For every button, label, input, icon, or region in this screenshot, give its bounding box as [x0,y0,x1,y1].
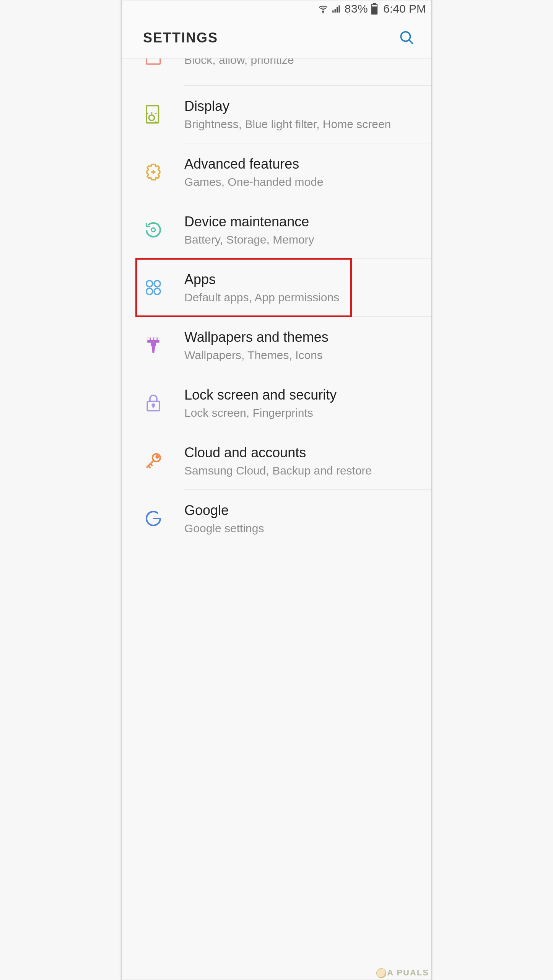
settings-item-google[interactable]: Google Google settings [122,490,431,547]
svg-rect-30 [154,338,156,340]
settings-item-wallpapers[interactable]: Wallpapers and themes Wallpapers, Themes… [122,317,431,374]
app-header: SETTINGS [122,17,431,59]
item-subtitle: Google settings [184,521,416,536]
refresh-circle-icon [143,219,164,240]
battery-icon [371,3,378,15]
svg-rect-28 [147,338,150,340]
svg-point-23 [146,281,153,287]
watermark: A PUALS [376,968,429,978]
settings-screen: 83% 6:40 PM SETTINGS [121,0,432,980]
svg-rect-1 [332,10,333,12]
settings-item-lockscreen[interactable]: Lock screen and security Lock screen, Fi… [122,374,431,432]
lock-icon [143,393,164,413]
item-subtitle: Games, One-handed mode [184,175,416,189]
item-subtitle: Samsung Cloud, Backup and restore [184,463,416,478]
svg-rect-7 [372,5,377,7]
svg-rect-10 [146,59,160,64]
settings-item-advanced[interactable]: Advanced features Games, One-handed mode [122,143,431,201]
svg-point-0 [322,11,324,12]
svg-point-25 [146,288,153,294]
item-title: Display [184,98,416,115]
svg-line-40 [150,464,153,466]
item-title: Advanced features [184,155,416,172]
svg-rect-5 [373,3,376,4]
svg-point-34 [152,404,155,406]
mascot-icon [376,968,386,978]
settings-list: Block, allow, prioritize Dis [122,59,431,547]
item-subtitle: Battery, Storage, Memory [184,232,416,247]
bell-icon [143,59,164,69]
settings-item-cloud[interactable]: Cloud and accounts Samsung Cloud, Backup… [122,432,431,489]
item-subtitle: Brightness, Blue light filter, Home scre… [184,117,416,132]
apps-grid-icon [143,277,164,298]
watermark-text: A PUALS [387,968,429,977]
item-title: Cloud and accounts [184,444,416,461]
svg-point-13 [149,115,154,120]
svg-line-9 [409,40,413,44]
item-title: Apps [184,271,416,288]
svg-rect-32 [151,343,156,346]
svg-point-24 [154,281,160,287]
svg-point-37 [156,456,158,458]
svg-rect-4 [338,5,340,12]
settings-item-apps[interactable]: Apps Default apps, App permissions [122,259,431,316]
svg-rect-31 [158,338,159,340]
svg-point-8 [401,32,410,41]
svg-line-39 [148,466,151,468]
svg-point-22 [151,228,155,232]
svg-line-17 [155,113,156,114]
signal-icon [332,4,342,14]
search-button[interactable] [398,29,416,47]
svg-point-26 [154,288,160,294]
wifi-icon [318,3,329,14]
key-icon [143,450,164,471]
item-title: Wallpapers and themes [184,328,416,346]
google-g-icon [143,508,164,529]
settings-item-display[interactable]: Display Brightness, Blue light filter, H… [122,86,431,143]
item-title: Lock screen and security [184,386,416,403]
display-icon [143,104,164,125]
search-icon [399,30,415,46]
battery-percentage: 83% [345,2,368,15]
gear-plus-icon [143,162,164,182]
svg-rect-29 [151,338,153,340]
svg-line-18 [147,113,148,114]
settings-item-maintenance[interactable]: Device maintenance Battery, Storage, Mem… [122,201,431,258]
settings-item-notifications-partial[interactable]: Block, allow, prioritize [122,59,431,85]
page-title: SETTINGS [143,30,218,46]
svg-rect-2 [334,9,335,13]
status-bar: 83% 6:40 PM [122,0,431,17]
item-subtitle: Lock screen, Fingerprints [184,406,416,420]
item-title: Device maintenance [184,213,416,230]
svg-line-19 [155,122,156,122]
svg-rect-3 [337,7,338,13]
item-subtitle: Default apps, App permissions [184,290,416,305]
item-subtitle: Block, allow, prioritize [184,59,416,67]
clock-time: 6:40 PM [383,2,426,15]
item-subtitle: Wallpapers, Themes, Icons [184,348,416,362]
brush-icon [143,335,164,356]
svg-line-38 [146,460,154,468]
item-title: Google [184,502,416,519]
